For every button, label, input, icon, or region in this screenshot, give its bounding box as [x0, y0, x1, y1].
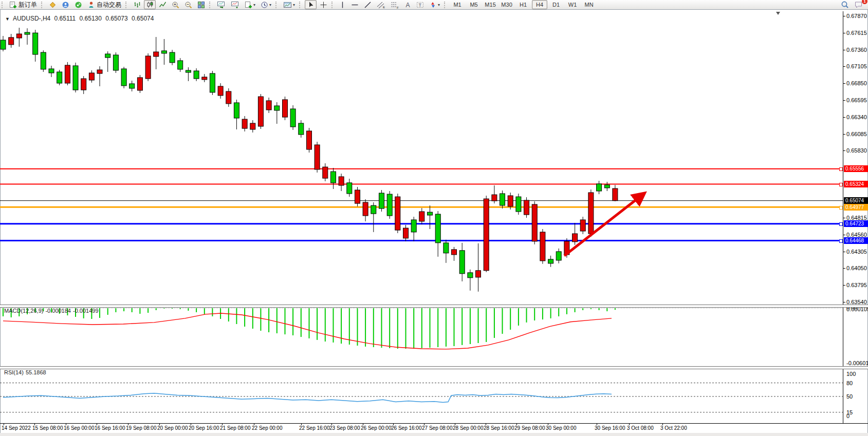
candle: [379, 193, 384, 208]
price-tick-label: 0.66085: [846, 131, 867, 137]
gold-button[interactable]: [47, 0, 59, 9]
time-axis[interactable]: [0, 423, 868, 424]
macd-panel[interactable]: [0, 307, 843, 366]
candle: [588, 193, 594, 234]
timeframe-button-D1[interactable]: D1: [548, 0, 564, 9]
periods-button[interactable]: ▾: [258, 0, 273, 9]
candle: [363, 202, 368, 216]
auto-trading-button[interactable]: 自动交易: [85, 0, 123, 9]
notification-badge: 1: [862, 0, 867, 4]
price-axis[interactable]: [843, 11, 843, 423]
candle: [97, 70, 102, 73]
timeframe-button-W1[interactable]: W1: [565, 0, 580, 9]
timeframe-button-M5[interactable]: M5: [466, 0, 482, 9]
cursor-tool-button[interactable]: [305, 0, 317, 9]
rsi-axis-label: 0: [846, 413, 849, 419]
zoom-in-icon: [172, 1, 179, 9]
bar-chart-button[interactable]: [131, 0, 143, 9]
candle: [16, 34, 22, 38]
timeframe-button-H4[interactable]: H4: [532, 0, 547, 9]
line-anchor: [839, 167, 843, 171]
chart-shift-marker-icon[interactable]: [776, 12, 780, 15]
zoom-in-button[interactable]: [170, 0, 181, 9]
time-tick-label: 14 Sep 2022: [2, 425, 31, 431]
trendline-tool-button[interactable]: [362, 0, 374, 9]
price-tick: [843, 83, 845, 84]
signals-button[interactable]: [72, 0, 84, 9]
candle: [476, 271, 481, 277]
timeframe-toolbar: M1M5M15M30H1H4D1W1MN: [442, 0, 597, 9]
candle: [89, 73, 94, 80]
timeframe-button-M15[interactable]: M15: [483, 0, 498, 9]
add-object-icon: [245, 1, 252, 9]
indicators-button[interactable]: [215, 0, 228, 9]
timeframe-button-H1[interactable]: H1: [515, 0, 531, 9]
price-tick-label: 0.63795: [846, 282, 867, 288]
new-order-button[interactable]: 新订单: [7, 0, 39, 9]
chevron-down-icon: ▾: [293, 3, 295, 7]
crosshair-tool-button[interactable]: [318, 0, 329, 9]
candle: [524, 200, 529, 215]
timeframe-button-M30[interactable]: M30: [499, 0, 514, 9]
fibonacci-tool-icon: F: [391, 1, 399, 9]
profiles-button[interactable]: ▾: [281, 0, 297, 9]
label-tool-button[interactable]: T: [414, 0, 426, 9]
high-value: 0.65130: [80, 15, 102, 22]
indicators-icon: [217, 1, 226, 9]
timeframe-button-M1[interactable]: M1: [450, 0, 465, 9]
candle: [371, 205, 376, 214]
time-tick-label: 3 Oct 22:00: [660, 425, 687, 431]
candle: [323, 167, 328, 178]
collapse-icon[interactable]: ▼: [5, 16, 10, 22]
macd-label: MACD(12,26,9)-0.000184-0.001499: [4, 308, 101, 314]
community-button[interactable]: [60, 0, 71, 9]
trend-arrow[interactable]: [564, 194, 644, 256]
open-value: 0.65111: [54, 15, 76, 22]
time-tick-label: 28 Sep 00:00: [453, 425, 484, 431]
candle: [250, 123, 255, 129]
timeframe-button-MN[interactable]: MN: [581, 0, 597, 9]
time-tick-label: 16 Sep 16:00: [95, 425, 125, 431]
chart-symbol-header: ▼AUDUSD-,H4 0.65111 0.65130 0.65073 0.65…: [5, 15, 156, 22]
window-bottom-edge: [0, 433, 868, 436]
price-tick-label: 0.64305: [846, 249, 867, 255]
price-tick: [843, 33, 845, 33]
arrows-tool-button[interactable]: ▾: [427, 0, 442, 9]
candlestick-chart-button[interactable]: [144, 0, 156, 9]
candle: [234, 103, 239, 118]
candle: [283, 100, 288, 117]
candle: [202, 77, 207, 80]
trendline-tool-icon: [364, 1, 372, 9]
time-tick-label: 3 Oct 08:00: [627, 425, 654, 431]
zoom-out-button[interactable]: [182, 0, 194, 9]
price-tick-label: 0.67615: [846, 30, 867, 36]
vline-tool-button[interactable]: [337, 0, 348, 9]
price-chart-panel[interactable]: [0, 14, 843, 305]
search-button[interactable]: [839, 0, 851, 9]
indicator-list-button[interactable]: [229, 0, 242, 9]
time-tick-label: 19 Sep 08:00: [126, 425, 157, 431]
candle: [33, 33, 38, 54]
channel-tool-button[interactable]: E: [375, 0, 387, 9]
candle: [41, 52, 46, 69]
candle: [411, 220, 416, 232]
time-tick-label: 16 Sep 00:00: [64, 425, 95, 431]
time-tick-label: 26 Sep 16:00: [391, 425, 422, 431]
panel-divider[interactable]: [0, 366, 868, 369]
price-tick-label: 0.66340: [846, 114, 867, 120]
fibonacci-tool-button[interactable]: F: [389, 0, 401, 9]
time-tick-label: 28 Sep 16:00: [484, 425, 514, 431]
chat-button[interactable]: 1: [852, 0, 865, 9]
hline-tool-button[interactable]: [349, 0, 361, 9]
text-tool-button[interactable]: A: [402, 0, 413, 9]
price-tick-label: 0.66850: [846, 80, 867, 86]
chevron-down-icon: ▾: [438, 3, 440, 7]
panel-divider[interactable]: [0, 305, 868, 308]
add-object-button[interactable]: ▾: [243, 0, 257, 9]
label-tool-icon: T: [416, 1, 424, 9]
line-chart-button[interactable]: [157, 0, 169, 9]
rsi-panel[interactable]: [0, 368, 843, 423]
candle: [170, 52, 175, 63]
tile-windows-button[interactable]: [195, 0, 207, 9]
rsi-axis-label: 80: [846, 380, 853, 386]
